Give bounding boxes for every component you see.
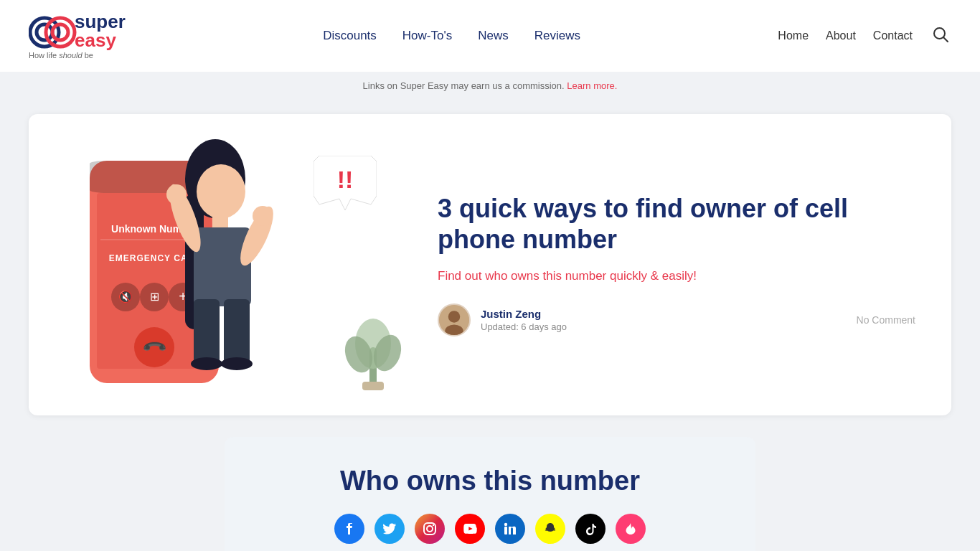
search-button[interactable] xyxy=(930,24,951,49)
youtube-icon[interactable] xyxy=(455,514,485,544)
author-name: Justin Zeng xyxy=(481,308,847,320)
article-card-wrapper: Unknown Number EMERGENCY CALL 🔇 ⊞ + xyxy=(0,100,980,437)
no-comment: No Comment xyxy=(857,314,915,326)
main-navigation: Discounts How-To's News Reviews xyxy=(323,29,580,43)
logo-mark: super easy xyxy=(29,12,126,50)
facebook-svg xyxy=(342,522,357,536)
author-avatar xyxy=(438,303,471,336)
facebook-icon[interactable] xyxy=(334,514,364,544)
svg-point-41 xyxy=(448,311,460,322)
commission-text: Links on Super Easy may earn us a commis… xyxy=(363,80,567,91)
tiktok-icon[interactable] xyxy=(575,514,606,544)
search-icon xyxy=(933,27,948,42)
svg-line-5 xyxy=(943,37,948,42)
svg-point-29 xyxy=(253,206,273,226)
nav-discounts[interactable]: Discounts xyxy=(323,29,377,43)
alert-bubble: !! xyxy=(314,156,377,213)
svg-rect-26 xyxy=(194,227,251,306)
logo-tagline: How life should be xyxy=(29,51,93,60)
who-owns-box: Who owns this number xyxy=(225,437,755,551)
social-icons-row xyxy=(268,514,712,544)
author-updated: Updated: 6 days ago xyxy=(481,321,847,332)
logo-area: super easy How life should be xyxy=(29,12,126,60)
commission-banner: Links on Super Easy may earn us a commis… xyxy=(0,72,980,100)
snapchat-icon[interactable] xyxy=(535,514,565,544)
svg-point-34 xyxy=(221,357,253,370)
logo-super: super xyxy=(75,12,126,31)
youtube-svg xyxy=(463,522,477,536)
svg-point-33 xyxy=(191,357,222,370)
snapchat-svg xyxy=(543,522,557,536)
article-subtitle: Find out who owns this number quickly & … xyxy=(438,269,915,283)
who-owns-title: Who owns this number xyxy=(268,466,712,496)
instagram-svg xyxy=(423,522,437,536)
alert-bubble-svg: !! xyxy=(314,156,377,210)
logo-icon xyxy=(29,15,70,47)
svg-rect-31 xyxy=(194,299,220,364)
twitter-icon[interactable] xyxy=(374,514,405,544)
svg-text:!!: !! xyxy=(337,166,354,193)
article-text-area: 3 quick ways to find owner of cell phone… xyxy=(416,193,915,336)
svg-point-45 xyxy=(433,524,434,526)
linkedin-svg xyxy=(503,522,517,536)
svg-point-47 xyxy=(504,523,507,526)
commission-link[interactable]: Learn more. xyxy=(567,80,617,91)
logo-text: super easy xyxy=(75,12,126,50)
nav-about[interactable]: About xyxy=(826,29,856,42)
svg-rect-39 xyxy=(362,382,384,390)
svg-point-30 xyxy=(166,184,187,204)
woman-svg xyxy=(122,136,308,394)
right-navigation: Home About Contact xyxy=(778,24,951,49)
nav-home[interactable]: Home xyxy=(778,29,809,42)
logo-easy: easy xyxy=(75,31,126,50)
logo-svg xyxy=(29,15,79,50)
svg-rect-32 xyxy=(224,299,250,364)
nav-contact[interactable]: Contact xyxy=(873,29,913,42)
hero-illustration: Unknown Number EMERGENCY CALL 🔇 ⊞ + xyxy=(29,136,416,394)
plant-svg xyxy=(344,304,402,390)
svg-rect-46 xyxy=(504,527,507,534)
nav-reviews[interactable]: Reviews xyxy=(534,29,580,43)
linkedin-icon[interactable] xyxy=(495,514,525,544)
instagram-icon[interactable] xyxy=(415,514,445,544)
tinder-svg xyxy=(623,522,638,536)
svg-point-44 xyxy=(427,526,433,532)
site-header: super easy How life should be Discounts … xyxy=(0,0,980,72)
avatar-svg xyxy=(439,303,469,336)
svg-point-24 xyxy=(197,164,245,219)
author-info: Justin Zeng Updated: 6 days ago xyxy=(481,308,847,332)
tiktok-svg xyxy=(583,522,598,536)
author-row: Justin Zeng Updated: 6 days ago No Comme… xyxy=(438,303,915,336)
article-title: 3 quick ways to find owner of cell phone… xyxy=(438,193,915,255)
tinder-icon[interactable] xyxy=(616,514,646,544)
content-section: Who owns this number xyxy=(0,437,980,551)
nav-news[interactable]: News xyxy=(478,29,509,43)
nav-howtos[interactable]: How-To's xyxy=(402,29,452,43)
article-card: Unknown Number EMERGENCY CALL 🔇 ⊞ + xyxy=(29,114,951,415)
twitter-svg xyxy=(382,522,397,536)
